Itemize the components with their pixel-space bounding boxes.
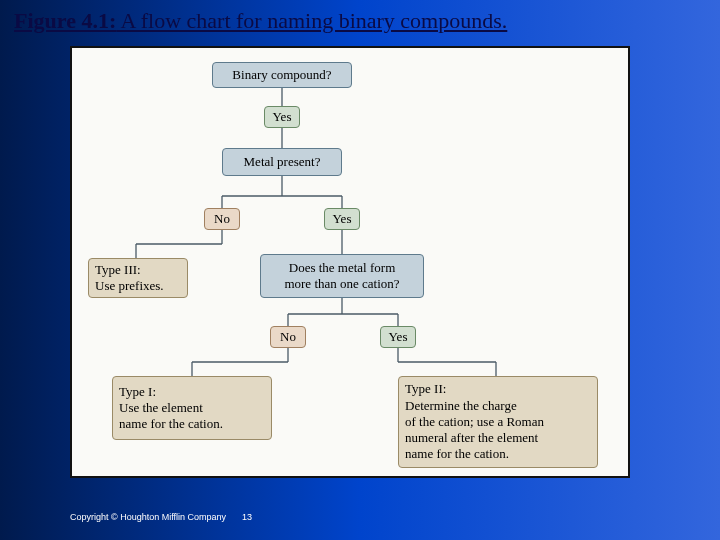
page-number: 13 (242, 512, 252, 522)
node-binary-compound: Binary compound? (212, 62, 352, 88)
copyright-text: Copyright © Houghton Mifflin Company (70, 512, 226, 522)
node-yes-1: Yes (264, 106, 300, 128)
node-no-1: No (204, 208, 240, 230)
node-yes-2: Yes (324, 208, 360, 230)
node-type3: Type III: Use prefixes. (88, 258, 188, 298)
flowchart-frame: Binary compound? Yes Metal present? No Y… (70, 46, 630, 478)
node-yes-3: Yes (380, 326, 416, 348)
node-type1: Type I: Use the element name for the cat… (112, 376, 272, 440)
node-no-2: No (270, 326, 306, 348)
node-more-than-one-cation: Does the metal form more than one cation… (260, 254, 424, 298)
figure-title: Figure 4.1: A flow chart for naming bina… (14, 8, 706, 34)
node-metal-present: Metal present? (222, 148, 342, 176)
figure-caption: A flow chart for naming binary compounds… (116, 8, 507, 33)
node-type2: Type II: Determine the charge of the cat… (398, 376, 598, 468)
figure-label: Figure 4.1: (14, 8, 116, 33)
